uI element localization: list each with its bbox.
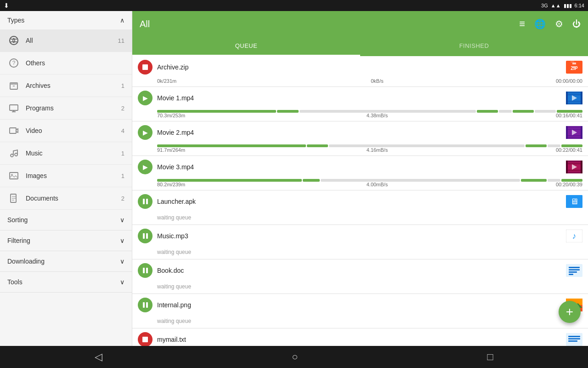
svg-rect-26 [572,66,576,68]
file-thumbnail [566,333,582,346]
list-view-icon[interactable]: ≡ [519,18,525,30]
progress-text: 80.2m/239m [157,182,198,187]
svg-rect-64 [568,340,577,342]
wifi-icon: ▲▲ [551,3,561,8]
svg-marker-12 [16,129,18,132]
list-item: Archive.zip ZIP 0k/231m 0kB/s 00:00/00:0… [132,56,588,87]
play-button[interactable]: ▶ [138,160,153,174]
file-thumbnail: 🖥 [566,195,582,208]
filename: mymail.txt [157,336,561,343]
music-label: Music [26,150,121,157]
svg-rect-43 [581,161,582,173]
file-thumbnail [566,92,582,104]
downloading-section[interactable]: Downloading ∨ [0,251,132,272]
sidebar-item-video[interactable]: Video 4 [0,120,132,142]
others-label: Others [26,59,124,67]
sidebar-item-programs[interactable]: Programs 2 [0,97,132,120]
images-label: Images [26,172,121,179]
add-icon: + [566,305,573,319]
sidebar-item-others[interactable]: ? Others [0,52,132,75]
filename: Movie 2.mp4 [157,129,561,136]
stop-button[interactable] [138,332,153,346]
pause-icon [143,199,148,204]
play-button[interactable]: ▶ [138,91,153,105]
status-bar: ⬇ 3G ▲▲ ▮▮▮ 6:14 [0,0,588,11]
play-icon: ▶ [143,129,148,136]
tab-queue[interactable]: QUEUE [132,37,360,56]
file-thumbnail [566,264,582,277]
sidebar-item-music[interactable]: Music 1 [0,142,132,165]
item-header: ▶ Movie 3.mp4 [132,156,588,178]
signal-icon: 3G [541,3,548,8]
pause-button[interactable] [138,229,153,243]
item-header: Internal.png [132,294,588,316]
filename: Movie 3.mp4 [157,163,561,171]
stats-row: 0k/231m 0kB/s 00:00/00:00 [132,78,588,86]
time-text: 00:20/00:39 [556,182,582,187]
svg-rect-55 [569,271,577,273]
filename: Music.mp3 [157,232,561,240]
list-item: Internal.png waiting queue [132,294,588,328]
sidebar-item-documents[interactable]: Documents 2 [0,187,132,210]
stats-row: 80.2m/239m 4.00mB/s 00:20/00:39 [132,182,588,190]
tab-bar: QUEUE FINISHED [132,37,588,56]
list-item: Book.doc waiting queue [132,259,588,294]
filename: Launcher.apk [157,198,561,205]
filename: Book.doc [157,267,561,274]
file-thumbnail [566,126,582,139]
filtering-section[interactable]: Filtering ∨ [0,230,132,251]
music-count: 1 [121,150,124,157]
file-thumbnail [566,161,582,173]
music-icon [7,147,20,160]
play-icon: ▶ [143,163,148,171]
status-right: 3G ▲▲ ▮▮▮ 6:14 [541,3,584,9]
item-header: Book.doc [132,259,588,282]
globe-icon[interactable]: 🌐 [534,18,546,29]
svg-point-14 [15,153,17,156]
svg-text:♪: ♪ [572,231,577,241]
list-item: mymail.txt 0k 0kB/s 0 [132,328,588,346]
svg-point-0 [10,36,18,45]
time-text: 00:22/00:41 [556,147,582,153]
tools-section[interactable]: Tools ∨ [0,272,132,293]
tools-label: Tools [7,278,23,286]
archives-count: 1 [121,82,124,89]
recent-button[interactable]: □ [487,351,493,363]
content-area: All ≡ 🌐 ⚙ ⏻ QUEUE FINISHED [132,11,588,346]
stop-button[interactable] [138,60,153,75]
power-icon[interactable]: ⏻ [572,19,581,29]
documents-label: Documents [26,195,121,202]
back-button[interactable]: ◁ [95,351,102,363]
tab-finished[interactable]: FINISHED [360,37,588,56]
documents-icon [7,192,20,205]
others-icon: ? [7,57,20,69]
types-section-header[interactable]: Types ∧ [0,11,132,29]
sidebar-item-all[interactable]: All 11 [0,29,132,52]
documents-count: 2 [121,195,124,202]
pause-button[interactable] [138,194,153,209]
sidebar-item-images[interactable]: Images 1 [0,165,132,187]
play-button[interactable]: ▶ [138,125,153,140]
svg-rect-42 [566,161,568,173]
sorting-chevron: ∨ [120,216,124,224]
filename: Internal.png [157,301,561,309]
types-label: Types [7,17,24,24]
home-button[interactable]: ○ [292,351,298,363]
svg-rect-63 [568,338,580,339]
settings-icon[interactable]: ⚙ [555,18,563,29]
images-icon [7,169,20,182]
pause-button[interactable] [138,263,153,278]
file-thumbnail: ♪ [566,230,582,242]
list-item: ▶ Movie 3.mp4 [132,156,588,190]
speed-text: 4.00mB/s [198,182,556,187]
svg-rect-25 [572,64,576,66]
tab-finished-label: FINISHED [459,42,489,49]
svg-rect-36 [581,126,582,139]
stats-row: 70.3m/253m 4.38mB/s 00:16/00:41 [132,113,588,121]
add-download-button[interactable]: + [559,301,581,323]
pause-button[interactable] [138,298,153,312]
sidebar: Types ∧ All 11 ? Others Archives 1 [0,11,132,346]
sorting-section[interactable]: Sorting ∨ [0,210,132,230]
sidebar-item-archives[interactable]: Archives 1 [0,75,132,97]
programs-label: Programs [26,104,121,112]
